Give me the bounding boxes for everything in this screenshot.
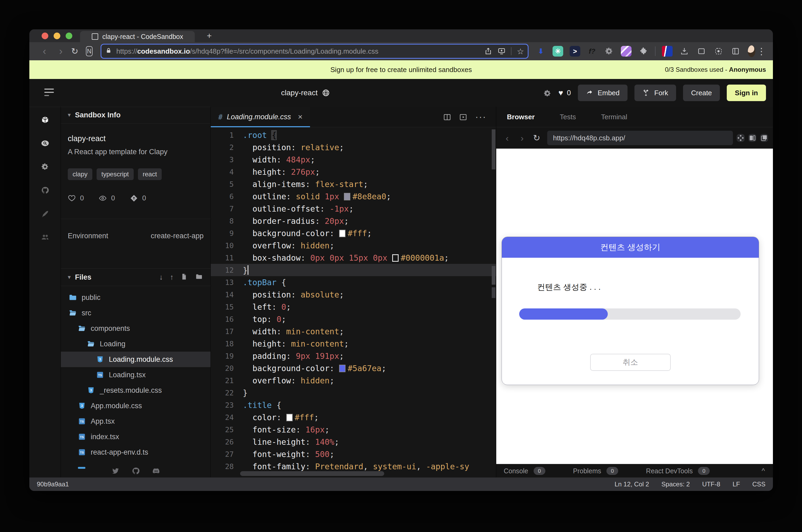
menu-hamburger-icon[interactable]: [44, 89, 54, 96]
editor-line[interactable]: 16 top: 0;: [211, 313, 496, 325]
new-tab-button[interactable]: +: [207, 29, 212, 42]
open-side-icon[interactable]: [748, 134, 757, 142]
editor-line[interactable]: 25 font-size: 16px;: [211, 423, 496, 436]
reload-icon[interactable]: ↻: [71, 46, 78, 56]
window-icon[interactable]: [696, 46, 707, 57]
file-tree-item[interactable]: 3_resets.module.css: [61, 383, 210, 398]
editor-line[interactable]: 13.topBar {: [211, 276, 496, 288]
sign-in-button[interactable]: Sign in: [727, 84, 766, 101]
file-tree-item[interactable]: public: [61, 290, 210, 305]
file-tree-item[interactable]: 3Loading.module.css: [61, 352, 210, 367]
language-mode[interactable]: CSS: [752, 480, 765, 488]
editor-line[interactable]: 10 overflow: hidden;: [211, 239, 496, 252]
react-devtools-tab[interactable]: React DevTools0: [646, 467, 710, 475]
editor-line[interactable]: 28 font-family: Pretendard, system-ui, -…: [211, 460, 496, 473]
problems-tab[interactable]: Problems0: [573, 467, 618, 475]
editor-line[interactable]: 4 height: 276px;: [211, 166, 496, 178]
github-icon[interactable]: [41, 184, 49, 192]
downloader-extension-icon[interactable]: ⬇: [535, 46, 546, 57]
tab-tests[interactable]: Tests: [560, 113, 576, 121]
color-swatch[interactable]: [339, 230, 345, 237]
editor-line[interactable]: 26 line-height: 140%;: [211, 436, 496, 448]
minimize-window-button[interactable]: [54, 33, 60, 39]
editor-line[interactable]: 20 background-color: #5a67ea;: [211, 362, 496, 374]
embed-button[interactable]: Embed: [578, 84, 628, 101]
sandbox-description[interactable]: A React app template for Clapy: [68, 143, 204, 156]
cursor-position[interactable]: Ln 12, Col 2: [614, 480, 649, 488]
download-sandbox-icon[interactable]: ↓: [159, 273, 163, 282]
browser-menu-icon[interactable]: ⋮: [757, 46, 766, 57]
forward-icon[interactable]: ›: [57, 45, 64, 57]
editor-line[interactable]: 12}: [211, 264, 496, 276]
color-swatch[interactable]: [344, 193, 350, 201]
editor-line[interactable]: 18 height: min-content;: [211, 338, 496, 350]
capture-icon[interactable]: [713, 46, 724, 57]
editor-line[interactable]: 23.title {: [211, 399, 496, 411]
back-icon[interactable]: ‹: [41, 45, 48, 57]
editor-line[interactable]: 14 position: absolute;: [211, 288, 496, 301]
code-area[interactable]: 1.root {2 position: relative;3 width: 48…: [211, 127, 496, 473]
expand-devtools-icon[interactable]: ^: [762, 467, 765, 475]
editor-line[interactable]: 15 left: 0;: [211, 301, 496, 313]
ai-extension-icon[interactable]: ✳: [553, 46, 563, 57]
split-editor-icon[interactable]: [443, 113, 451, 121]
shell-extension-icon[interactable]: >: [570, 46, 580, 57]
file-tree-item[interactable]: TSApp.tsx: [61, 414, 210, 429]
pip-icon[interactable]: [498, 47, 505, 55]
editor-line[interactable]: 5 align-items: flex-start;: [211, 178, 496, 190]
puzzle-extension-icon[interactable]: [638, 46, 649, 57]
editor-line[interactable]: 7 outline-offset: -1px;: [211, 203, 496, 215]
editor-line[interactable]: 8 border-radius: 20px;: [211, 215, 496, 227]
zoom-window-button[interactable]: [65, 33, 72, 39]
upload-files-icon[interactable]: ↑: [170, 273, 174, 282]
close-window-button[interactable]: [42, 33, 48, 39]
preview-back-icon[interactable]: ‹: [503, 133, 511, 143]
file-tree-item[interactable]: TSindex.tsx: [61, 429, 210, 444]
indentation[interactable]: Spaces: 2: [662, 480, 690, 488]
editor-line[interactable]: 27 font-weight: 500;: [211, 448, 496, 460]
console-tab[interactable]: Console0: [504, 467, 545, 475]
preview-forward-icon[interactable]: ›: [518, 133, 526, 143]
deploy-rocket-icon[interactable]: [41, 208, 49, 215]
cancel-button[interactable]: 취소: [590, 354, 671, 371]
search-icon[interactable]: [41, 137, 49, 145]
color-swatch-transparent[interactable]: [392, 254, 399, 262]
gear-extension-icon[interactable]: [604, 46, 614, 57]
rail-settings-icon[interactable]: [41, 160, 49, 169]
file-tree-item[interactable]: src: [61, 305, 210, 321]
design-extension-icon[interactable]: [621, 46, 631, 57]
editor-line[interactable]: 6 outline: solid 1px #8e8ea0;: [211, 190, 496, 203]
editor-tab-active[interactable]: # Loading.module.css ×: [211, 107, 310, 127]
editor-line[interactable]: 9 background-color: #fff;: [211, 227, 496, 239]
editor-horizontal-scrollbar[interactable]: [240, 471, 384, 476]
editor-line[interactable]: 22}: [211, 386, 496, 399]
live-users-icon[interactable]: [41, 231, 49, 239]
sandbox-cube-icon[interactable]: [41, 114, 49, 122]
sandbox-name[interactable]: clapy-react: [68, 124, 204, 143]
file-tree-item[interactable]: TSreact-app-env.d.ts: [61, 444, 210, 460]
profile-avatar[interactable]: [748, 45, 755, 57]
settings-gear-icon[interactable]: [543, 89, 552, 97]
file-tree-item[interactable]: 3App.module.css: [61, 398, 210, 414]
close-tab-icon[interactable]: ×: [298, 112, 303, 121]
editor-line[interactable]: 24 color: #fff;: [211, 411, 496, 423]
editor-line[interactable]: 19 padding: 9px 191px;: [211, 350, 496, 362]
open-new-window-icon[interactable]: [760, 134, 768, 142]
share-icon[interactable]: [484, 47, 492, 55]
tag[interactable]: clapy: [68, 168, 92, 180]
editor-line[interactable]: 2 position: relative;: [211, 141, 496, 153]
new-file-icon[interactable]: [180, 273, 189, 281]
file-tree-item[interactable]: Loading: [61, 336, 210, 352]
math-extension-icon[interactable]: f?: [587, 46, 597, 57]
create-button[interactable]: Create: [683, 84, 720, 101]
encoding[interactable]: UTF-8: [702, 480, 720, 488]
preview-reload-icon[interactable]: ↻: [533, 133, 540, 143]
notion-extension-icon[interactable]: N: [86, 46, 93, 56]
responsive-mode-icon[interactable]: [737, 134, 745, 142]
editor-line[interactable]: 1.root {: [211, 129, 496, 141]
tag[interactable]: typescript: [97, 168, 134, 180]
browser-tab[interactable]: clapy-react - CodeSandbox: [80, 31, 195, 42]
bookmark-star-icon[interactable]: ☆: [517, 47, 524, 56]
color-swatch[interactable]: [339, 365, 345, 372]
editor-line[interactable]: 11 box-shadow: 0px 0px 15px 0px #0000001…: [211, 252, 496, 264]
